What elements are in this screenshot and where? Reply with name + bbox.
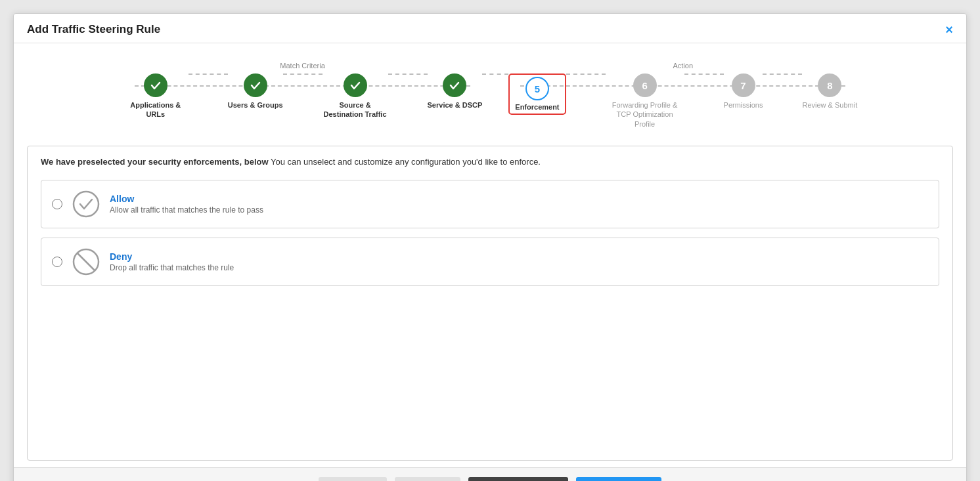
step-7-label: Permissions: [724, 100, 763, 110]
skip-to-review-button[interactable]: Skip to Review: [468, 477, 569, 481]
step-2-label: Users & Groups: [228, 100, 283, 110]
connector-5-6: [566, 73, 606, 75]
content-box: We have preselected your security enforc…: [27, 146, 953, 461]
connector-7-8: [763, 73, 802, 75]
step-4-check-icon: [448, 79, 461, 92]
step-3-circle: [344, 73, 367, 97]
option-allow-card: Allow Allow all traffic that matches the…: [41, 180, 939, 228]
connector-6-7: [684, 73, 724, 75]
step-2-circle: [244, 73, 267, 97]
modal-title: Add Traffic Steering Rule: [27, 23, 160, 36]
step-4-circle: [443, 73, 466, 97]
preselected-notice: We have preselected your security enforc…: [41, 156, 939, 169]
step-6-circle: 6: [633, 73, 657, 97]
connector-group: [482, 73, 508, 75]
step-3-label: Source & Destination Traffic: [323, 100, 388, 119]
step-5-active-box: 5 Enforcement: [508, 73, 566, 115]
deny-icon: [72, 247, 100, 276]
step-7: 7 Permissions: [724, 73, 763, 110]
step-7-circle: 7: [732, 73, 755, 97]
step-6: 6 Forwarding Profile & TCP Optimization …: [606, 73, 684, 129]
step-3-check-icon: [349, 79, 362, 92]
group-label-match-criteria: Match Criteria: [280, 62, 324, 70]
modal-header: Add Traffic Steering Rule ×: [14, 14, 966, 43]
option-deny-card: Deny Drop all traffic that matches the r…: [41, 238, 939, 286]
stepper: Match Criteria Applications & URLs: [33, 50, 947, 135]
next-button[interactable]: Next: [576, 477, 661, 481]
group-label-action: Action: [673, 62, 693, 70]
modal-footer: Cancel Back Skip to Review Next: [14, 467, 966, 481]
step-8-circle: 8: [818, 73, 841, 97]
connector-2-3: [283, 73, 323, 75]
modal: Add Traffic Steering Rule × Match Criter…: [13, 13, 967, 481]
svg-line-2: [78, 254, 94, 270]
step-1-label: Applications & URLs: [123, 100, 189, 119]
connector-1-2: [189, 73, 228, 75]
option-allow-text: Allow Allow all traffic that matches the…: [110, 194, 263, 215]
option-deny-text: Deny Drop all traffic that matches the r…: [110, 251, 234, 272]
cancel-button[interactable]: Cancel: [319, 477, 387, 481]
deny-block-icon: [72, 247, 100, 276]
stepper-wrapper: Match Criteria Applications & URLs: [14, 43, 966, 135]
option-deny-radio[interactable]: [52, 257, 62, 267]
close-button[interactable]: ×: [945, 23, 953, 36]
option-deny-title: Deny: [110, 251, 234, 262]
step-8-label: Review & Submit: [802, 100, 857, 110]
group-match-criteria: Match Criteria Applications & URLs: [123, 62, 483, 119]
notice-bold: We have preselected your security enforc…: [41, 157, 269, 167]
steps-match-criteria: Applications & URLs Users & Groups: [123, 73, 483, 119]
step-8: 8 Review & Submit: [802, 73, 857, 110]
modal-content: We have preselected your security enforc…: [14, 135, 966, 467]
step-6-label: Forwarding Profile & TCP Optimization Pr…: [606, 100, 684, 129]
step-4-label: Service & DSCP: [428, 100, 483, 110]
steps-action: 5 Enforcement 6 Forwarding Profile & TCP…: [508, 73, 857, 129]
step-5: 5 Enforcement: [508, 73, 566, 115]
step-1-circle: [144, 73, 167, 97]
step-1-check-icon: [149, 79, 162, 92]
step-3: Source & Destination Traffic: [323, 73, 388, 119]
option-allow-radio[interactable]: [52, 199, 62, 209]
step-2: Users & Groups: [228, 73, 283, 110]
group-action: Action 5 Enforcement 6 Forwarding Pr: [508, 62, 857, 129]
option-allow-desc: Allow all traffic that matches the rule …: [110, 205, 263, 215]
svg-point-0: [74, 192, 99, 217]
allow-icon: [72, 190, 100, 219]
step-5-label: Enforcement: [515, 102, 559, 112]
step-5-circle: 5: [525, 77, 549, 100]
option-allow-title: Allow: [110, 194, 263, 204]
back-button[interactable]: Back: [395, 477, 460, 481]
step-2-check-icon: [249, 79, 262, 92]
step-1: Applications & URLs: [123, 73, 189, 119]
allow-checkmark-icon: [72, 190, 100, 219]
notice-rest: You can unselect and customize any confi…: [269, 157, 541, 167]
option-deny-desc: Drop all traffic that matches the rule: [110, 263, 234, 272]
step-4: Service & DSCP: [428, 73, 483, 110]
connector-3-4: [388, 73, 428, 75]
